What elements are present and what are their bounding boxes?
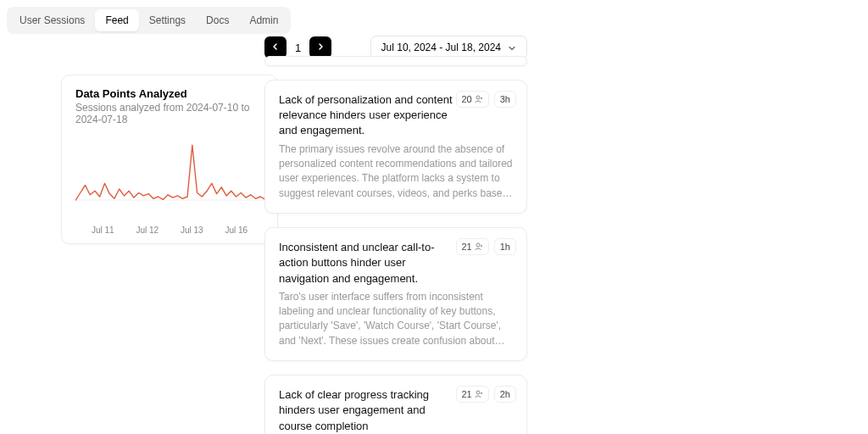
feed-item[interactable]: 20 3h Lack of personalization and conten…	[264, 80, 527, 214]
users-count: 20	[462, 94, 472, 104]
chart-area	[75, 132, 264, 225]
user-icon	[475, 390, 483, 398]
svg-point-3	[476, 391, 480, 394]
pager-page-number: 1	[292, 42, 304, 54]
chevron-down-icon	[508, 43, 516, 52]
time-badge: 1h	[494, 238, 516, 255]
tab-docs[interactable]: Docs	[196, 9, 239, 31]
user-icon	[475, 95, 483, 103]
time-badge: 2h	[494, 386, 516, 403]
chart-subtitle: Sessions analyzed from 2024-07-10 to 202…	[75, 102, 264, 125]
svg-point-1	[476, 96, 480, 99]
tab-bar: User Sessions Feed Settings Docs Admin	[7, 7, 291, 34]
chart-title: Data Points Analyzed	[75, 87, 264, 100]
users-badge: 21	[456, 386, 489, 403]
feed-item-body: Taro's user interface suffers from incon…	[279, 290, 513, 349]
arrow-right-icon	[316, 42, 325, 53]
feed-item[interactable]: 21 1h Inconsistent and unclear call-to-a…	[264, 227, 527, 361]
users-count: 21	[462, 242, 472, 252]
tab-settings[interactable]: Settings	[139, 9, 196, 31]
user-icon	[475, 242, 483, 251]
tab-admin[interactable]: Admin	[239, 9, 288, 31]
x-tick: Jul 11	[92, 225, 114, 235]
feed-item-body: The primary issues revolve around the ab…	[279, 142, 513, 202]
feed-item[interactable]	[264, 56, 527, 66]
feed-item[interactable]: 21 2h Lack of clear progress tracking hi…	[264, 375, 527, 434]
time-badge: 3h	[494, 91, 516, 108]
date-range-label: Jul 10, 2024 - Jul 18, 2024	[381, 42, 501, 53]
chart-x-axis: Jul 11 Jul 12 Jul 13 Jul 16	[75, 225, 264, 235]
tab-feed[interactable]: Feed	[95, 9, 138, 31]
users-badge: 21	[456, 238, 489, 255]
tab-user-sessions[interactable]: User Sessions	[9, 9, 95, 31]
chart-card: Data Points Analyzed Sessions analyzed f…	[61, 75, 278, 244]
users-count: 21	[462, 389, 472, 399]
x-tick: Jul 13	[181, 225, 203, 235]
svg-point-2	[476, 243, 480, 247]
users-badge: 20	[456, 91, 489, 108]
x-tick: Jul 16	[225, 225, 248, 235]
arrow-left-icon	[271, 42, 280, 53]
sessions-line-chart	[75, 132, 265, 217]
x-tick: Jul 12	[136, 225, 159, 235]
